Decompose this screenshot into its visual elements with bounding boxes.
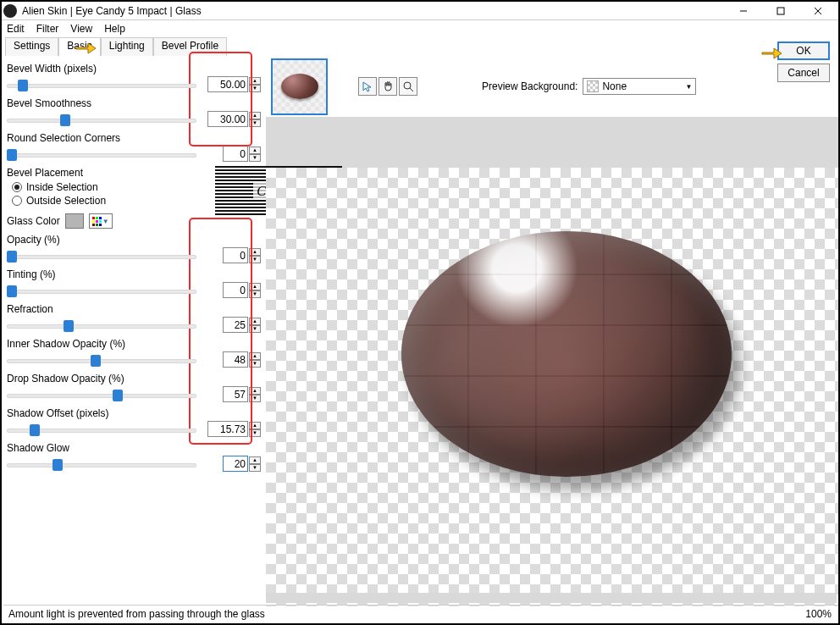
pointer-basic-tab <box>75 39 97 58</box>
radio-icon <box>12 196 22 206</box>
row-inner-shadow: Inner Shadow Opacity (%) ▲▼ <box>7 338 261 368</box>
app-icon <box>3 4 17 18</box>
spinner-bevel-smoothness[interactable]: ▲▼ <box>249 112 261 127</box>
window-title: Alien Skin | Eye Candy 5 Impact | Glass <box>22 5 725 17</box>
tool-zoom[interactable] <box>399 77 417 96</box>
row-drop-shadow: Drop Shadow Opacity (%) ▲▼ <box>7 373 261 402</box>
label-bevel-width: Bevel Width (pixels) <box>7 63 261 75</box>
dialog-buttons: OK Cancel <box>777 41 830 82</box>
label-refraction: Refraction <box>7 303 261 315</box>
slider-tinting[interactable] <box>7 283 196 298</box>
tab-bevel-profile[interactable]: Bevel Profile <box>153 37 227 56</box>
label-glass-color: Glass Color <box>7 215 60 227</box>
row-bevel-width: Bevel Width (pixels) ▲▼ <box>7 63 261 92</box>
row-tinting: Tinting (%) ▲▼ <box>7 268 261 298</box>
slider-round-corners[interactable] <box>7 147 196 162</box>
menu-edit[interactable]: Edit <box>7 23 25 35</box>
input-opacity[interactable] <box>223 247 248 263</box>
spinner-inner-shadow[interactable]: ▲▼ <box>249 352 261 368</box>
preview-bg-row: Preview Background: None ▼ <box>482 78 696 95</box>
titlebar: Alien Skin | Eye Candy 5 Impact | Glass <box>2 2 838 20</box>
tabs: Settings Basic Lighting Bevel Profile <box>2 37 838 56</box>
label-opacity: Opacity (%) <box>7 234 261 246</box>
cancel-button[interactable]: Cancel <box>777 64 830 82</box>
grey-bar: Claudia <box>266 117 838 168</box>
right-area: Preview Background: None ▼ Claudia <box>266 56 838 606</box>
menu-filter[interactable]: Filter <box>36 23 59 35</box>
row-shadow-glow: Shadow Glow ▲▼ <box>7 442 261 472</box>
input-shadow-offset[interactable] <box>207 421 248 437</box>
label-round-corners: Round Selection Corners <box>7 132 261 144</box>
glass-color-swatch[interactable] <box>65 213 84 229</box>
label-drop-shadow: Drop Shadow Opacity (%) <box>7 373 261 384</box>
label-inner-shadow: Inner Shadow Opacity (%) <box>7 338 261 350</box>
tab-lighting[interactable]: Lighting <box>101 37 153 56</box>
slider-drop-shadow[interactable] <box>7 387 196 402</box>
minimize-button[interactable] <box>725 2 762 20</box>
preview-tools <box>358 77 417 96</box>
radio-icon <box>12 182 22 192</box>
row-round-corners: Round Selection Corners ▲▼ <box>7 132 261 162</box>
spinner-drop-shadow[interactable]: ▲▼ <box>249 387 261 402</box>
input-bevel-smoothness[interactable] <box>207 111 248 127</box>
status-text: Amount light is prevented from passing t… <box>8 608 265 620</box>
label-tinting: Tinting (%) <box>7 268 261 280</box>
slider-opacity[interactable] <box>7 248 196 263</box>
slider-inner-shadow[interactable] <box>7 352 196 368</box>
palette-icon <box>92 217 102 226</box>
grey-bar-bottom <box>266 593 837 603</box>
close-button[interactable] <box>799 2 837 20</box>
tool-hand[interactable] <box>379 77 397 96</box>
main: Bevel Width (pixels) ▲▼ Bevel Smoothness… <box>2 56 838 606</box>
spinner-bevel-width[interactable]: ▲▼ <box>249 77 261 92</box>
slider-shadow-offset[interactable] <box>7 422 196 437</box>
svg-rect-1 <box>777 8 784 14</box>
spinner-shadow-glow[interactable]: ▲▼ <box>249 456 261 472</box>
input-round-corners[interactable] <box>223 146 248 162</box>
svg-line-5 <box>410 88 413 91</box>
tab-settings[interactable]: Settings <box>5 37 58 56</box>
svg-point-4 <box>404 82 411 89</box>
spinner-shadow-offset[interactable]: ▲▼ <box>249 422 261 437</box>
maximize-button[interactable] <box>762 2 799 20</box>
thumbnail-row: Preview Background: None ▼ <box>266 56 838 117</box>
menu-view[interactable]: View <box>70 23 92 35</box>
slider-shadow-glow[interactable] <box>7 456 196 472</box>
menubar: Edit Filter View Help <box>2 20 838 37</box>
row-refraction: Refraction ▲▼ <box>7 303 261 333</box>
label-shadow-glow: Shadow Glow <box>7 442 261 454</box>
label-preview-bg: Preview Background: <box>482 80 578 92</box>
select-preview-bg[interactable]: None ▼ <box>583 78 696 95</box>
ok-button[interactable]: OK <box>777 41 830 60</box>
spinner-round-corners[interactable]: ▲▼ <box>249 147 261 162</box>
input-tinting[interactable] <box>223 282 248 298</box>
input-inner-shadow[interactable] <box>223 351 248 368</box>
input-drop-shadow[interactable] <box>223 386 248 402</box>
spinner-tinting[interactable]: ▲▼ <box>249 283 261 298</box>
row-opacity: Opacity (%) ▲▼ <box>7 234 261 263</box>
chevron-down-icon: ▼ <box>685 83 692 91</box>
status-bar: Amount light is prevented from passing t… <box>3 605 837 622</box>
label-bevel-smoothness: Bevel Smoothness <box>7 97 261 109</box>
input-refraction[interactable] <box>223 317 248 333</box>
tool-pointer[interactable] <box>358 77 377 96</box>
label-shadow-offset: Shadow Offset (pixels) <box>7 407 261 419</box>
glass-color-palette[interactable]: ▼ <box>89 213 113 229</box>
row-bevel-smoothness: Bevel Smoothness ▲▼ <box>7 97 261 127</box>
slider-refraction[interactable] <box>7 318 196 333</box>
pointer-ok-button <box>760 44 782 63</box>
spinner-refraction[interactable]: ▲▼ <box>249 318 261 333</box>
spinner-opacity[interactable]: ▲▼ <box>249 248 261 263</box>
preview-object <box>401 231 732 477</box>
select-preview-bg-value: None <box>602 80 627 92</box>
slider-bevel-smoothness[interactable] <box>7 112 196 127</box>
preview-canvas[interactable] <box>266 168 838 606</box>
menu-help[interactable]: Help <box>104 23 125 35</box>
slider-bevel-width[interactable] <box>7 77 196 92</box>
preview-thumbnail[interactable] <box>271 58 328 115</box>
input-shadow-glow[interactable] <box>223 456 248 472</box>
input-bevel-width[interactable] <box>207 76 248 92</box>
row-shadow-offset: Shadow Offset (pixels) ▲▼ <box>7 407 261 437</box>
status-zoom: 100% <box>805 608 832 620</box>
left-panel: Bevel Width (pixels) ▲▼ Bevel Smoothness… <box>2 56 266 606</box>
